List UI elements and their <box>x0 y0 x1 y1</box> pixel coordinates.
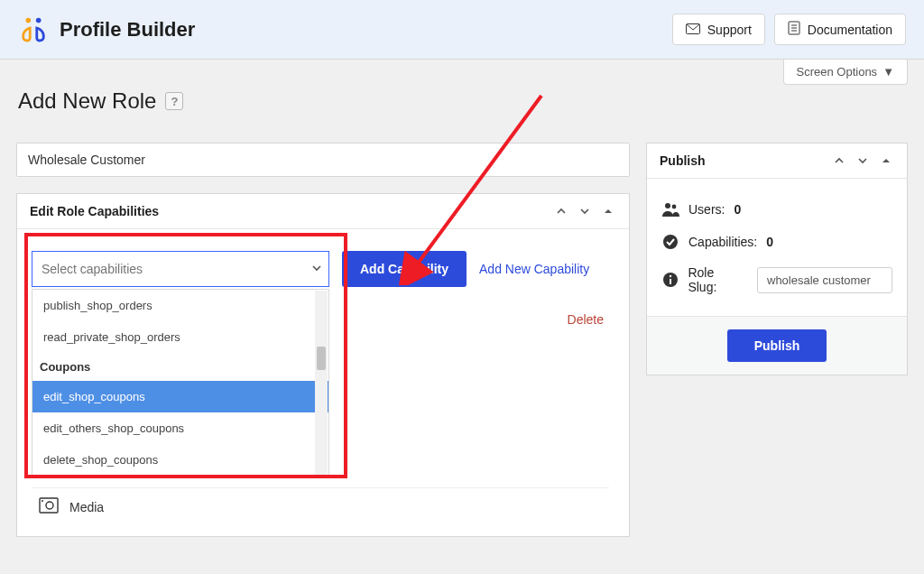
scrollbar-thumb[interactable] <box>317 347 326 370</box>
svg-point-12 <box>665 203 670 208</box>
media-icon <box>39 497 59 516</box>
check-circle-icon <box>661 233 679 251</box>
dropdown-item[interactable]: read_private_shop_orders <box>32 321 328 353</box>
svg-point-14 <box>663 235 678 249</box>
media-label: Media <box>69 500 104 514</box>
page-title-row: Add New Role ? <box>0 85 924 128</box>
publish-footer: Publish <box>647 316 907 375</box>
document-icon <box>788 21 800 38</box>
documentation-button[interactable]: Documentation <box>774 14 906 45</box>
move-down-icon[interactable] <box>577 203 593 219</box>
brand-logo-icon <box>18 13 49 47</box>
documentation-label: Documentation <box>808 23 892 37</box>
page-title: Add New Role <box>18 88 156 114</box>
publish-box: Publish Users: 0 <box>646 143 908 375</box>
toggle-collapse-icon[interactable] <box>878 153 894 169</box>
capabilities-row: Capabilities: 0 <box>661 226 892 258</box>
capabilities-header: Edit Role Capabilities <box>17 194 629 229</box>
capabilities-select-input[interactable] <box>32 251 329 287</box>
brand: Profile Builder <box>18 13 195 47</box>
screen-options-button[interactable]: Screen Options ▼ <box>783 60 908 85</box>
users-icon <box>661 200 679 218</box>
svg-rect-16 <box>670 279 671 284</box>
capabilities-box-controls <box>553 203 616 219</box>
svg-point-11 <box>42 500 43 502</box>
mail-icon <box>686 23 700 37</box>
users-count: 0 <box>734 202 741 217</box>
capabilities-label: Capabilities: <box>688 235 757 249</box>
toggle-collapse-icon[interactable] <box>600 203 616 219</box>
move-up-icon[interactable] <box>831 153 847 169</box>
help-icon[interactable]: ? <box>165 92 183 110</box>
capabilities-select[interactable] <box>32 251 329 287</box>
users-label: Users: <box>688 202 725 217</box>
move-up-icon[interactable] <box>553 203 569 219</box>
delete-capability-link[interactable]: Delete <box>568 312 604 327</box>
capabilities-count: 0 <box>766 235 773 249</box>
edit-role-capabilities-box: Edit Role Capabilities Add Capability Ad… <box>16 193 630 537</box>
publish-title: Publish <box>660 153 706 168</box>
add-capability-button[interactable]: Add Capability <box>342 251 467 287</box>
brand-title: Profile Builder <box>60 18 195 42</box>
publish-button[interactable]: Publish <box>727 329 827 362</box>
svg-point-17 <box>669 275 670 277</box>
topbar-buttons: Support Documentation <box>672 14 906 45</box>
dropdown-scrollbar[interactable] <box>315 291 328 475</box>
publish-box-controls <box>831 153 894 169</box>
svg-point-0 <box>26 17 32 23</box>
capability-row: Add Capability Add New Capability <box>32 251 614 287</box>
role-slug-label: Role Slug: <box>688 265 744 294</box>
dropdown-item[interactable]: edit_others_shop_coupons <box>32 412 328 444</box>
caret-down-icon: ▼ <box>882 65 894 79</box>
main-column: Edit Role Capabilities Add Capability Ad… <box>16 143 630 537</box>
screen-options-label: Screen Options <box>797 65 878 79</box>
media-row[interactable]: Media <box>32 487 609 525</box>
support-button[interactable]: Support <box>672 14 765 45</box>
dropdown-item[interactable]: edit_shop_coupons <box>32 381 328 412</box>
dropdown-item[interactable]: delete_shop_coupons <box>32 444 328 476</box>
screen-options-wrap: Screen Options ▼ <box>0 60 924 85</box>
role-slug-row: Role Slug: <box>661 258 892 301</box>
capabilities-title: Edit Role Capabilities <box>30 204 159 218</box>
move-down-icon[interactable] <box>855 153 871 169</box>
capabilities-body: Add Capability Add New Capability Delete… <box>17 229 629 536</box>
svg-point-13 <box>672 205 677 209</box>
publish-body: Users: 0 Capabilities: 0 Role Slug: <box>647 179 907 316</box>
add-new-capability-link[interactable]: Add New Capability <box>479 262 589 276</box>
dropdown-item[interactable]: publish_shop_orders <box>32 290 328 321</box>
svg-point-1 <box>36 17 42 23</box>
capabilities-dropdown[interactable]: publish_shop_orders read_private_shop_or… <box>32 289 329 477</box>
users-row: Users: 0 <box>661 193 892 226</box>
sidebar: Publish Users: 0 <box>646 143 908 375</box>
role-title-panel <box>16 143 630 177</box>
svg-point-10 <box>46 502 53 509</box>
publish-header: Publish <box>647 144 907 179</box>
role-slug-input[interactable] <box>757 267 892 293</box>
role-title-input[interactable] <box>17 144 629 176</box>
dropdown-group: Coupons <box>32 353 328 381</box>
support-label: Support <box>707 23 752 37</box>
info-icon <box>661 271 679 289</box>
topbar: Profile Builder Support Documentation <box>0 0 924 60</box>
